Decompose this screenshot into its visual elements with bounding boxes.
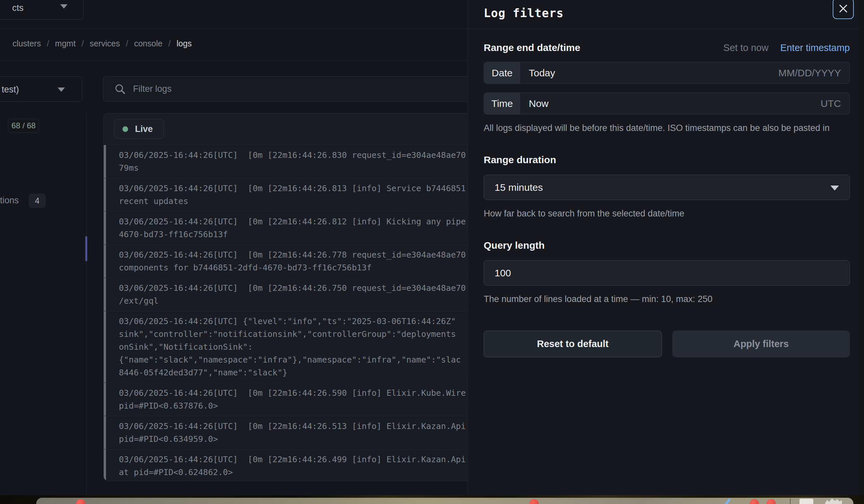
log-line: components for b7446851-2dfd-4670-bd73-f… (119, 261, 494, 274)
log-row[interactable]: 03/06/2025-16:44:26[UTC] [0m [22m16:44:2… (104, 278, 494, 311)
log-list: 03/06/2025-16:44:26[UTC] [0m [22m16:44:2… (104, 145, 494, 481)
log-line: 03/06/2025-16:44:26[UTC] [0m [22m16:44:2… (119, 420, 494, 433)
range-duration-helper: How far back to search from the selected… (484, 209, 850, 219)
search-input[interactable] (133, 77, 462, 101)
log-line: 03/06/2025-16:44:26[UTC] [0m [22m16:44:2… (119, 182, 494, 195)
log-line: recent updates (119, 195, 494, 208)
search-icon (115, 84, 126, 95)
project-dropdown[interactable]: cts (0, 0, 84, 20)
log-row[interactable]: 03/06/2025-16:44:26[UTC] [0m [22m16:44:2… (104, 449, 494, 481)
log-row[interactable]: 03/06/2025-16:44:26[UTC] [0m [22m16:44:2… (104, 416, 494, 449)
range-end-heading: Range end date/time (484, 42, 580, 53)
macos-dock[interactable] (36, 498, 853, 504)
time-value: Now (529, 98, 549, 109)
range-duration-value: 15 minutes (494, 182, 543, 193)
cluster-dropdown[interactable]: test) (0, 76, 82, 102)
log-row[interactable]: 03/06/2025-16:44:26[UTC] [0m [22m16:44:2… (104, 383, 494, 416)
range-duration-heading: Range duration (484, 154, 556, 165)
enter-timestamp-link[interactable]: Enter timestamp (780, 42, 850, 53)
query-length-helper: The number of lines loaded at a time — m… (484, 294, 850, 304)
log-row[interactable]: 03/06/2025-16:44:26[UTC] [0m [22m16:44:2… (104, 244, 494, 278)
log-line: pid=#PID<0.634959.0> (119, 433, 494, 445)
log-line: {"name":"slack","namespace":"infra"},"na… (119, 353, 494, 366)
chevron-down-icon (830, 186, 839, 190)
query-length-input[interactable] (484, 260, 850, 285)
log-filters-drawer: Log filters Range end date/time Set to n… (468, 0, 859, 495)
log-panel-header: Live (104, 113, 494, 145)
apply-filters-button[interactable]: Apply filters (672, 331, 850, 357)
log-line: 8446-05f42ded3d77","name":"slack"} (119, 366, 494, 379)
project-dropdown-label: cts (12, 3, 24, 13)
log-line: /ext/gql (119, 294, 494, 307)
log-line: 03/06/2025-16:44:26[UTC] {"level":"info"… (119, 315, 494, 328)
log-row[interactable]: 03/06/2025-16:44:26[UTC] {"level":"info"… (104, 311, 494, 383)
dock-separator (790, 499, 791, 504)
sidebar-divider (86, 113, 87, 495)
breadcrumb-separator: / (47, 39, 49, 48)
log-line: 03/06/2025-16:44:26[UTC] [0m [22m16:44:2… (119, 453, 494, 466)
date-value: Today (529, 67, 555, 78)
close-button[interactable] (833, 0, 854, 19)
breadcrumb-item[interactable]: services (90, 39, 120, 48)
log-row[interactable]: 03/06/2025-16:44:26[UTC] [0m [22m16:44:2… (104, 145, 494, 178)
range-end-helper: All logs displayed will be before this d… (484, 123, 850, 133)
drawer-header: Log filters (468, 0, 859, 29)
chevron-down-icon (58, 87, 65, 92)
range-duration-select[interactable]: 15 minutes (484, 175, 850, 200)
app-window: cts clusters/mgmt/services/console/logs … (0, 0, 859, 495)
log-line: sink","controller":"notificationsink","c… (119, 328, 494, 341)
query-length-heading: Query length (484, 240, 544, 251)
reset-to-default-button[interactable]: Reset to default (484, 331, 662, 357)
log-line: 03/06/2025-16:44:26[UTC] [0m [22m16:44:2… (119, 215, 494, 228)
dock-document-icon (800, 499, 813, 504)
live-label: Live (135, 124, 153, 134)
time-label: Time (484, 93, 520, 114)
breadcrumb-item[interactable]: mgmt (55, 39, 76, 48)
log-panel: Live 03/06/2025-16:44:26[UTC] [0m [22m16… (104, 113, 494, 481)
log-line: 79ms (119, 161, 494, 174)
page-title: Log filters (484, 7, 564, 20)
breadcrumb-separator: / (82, 39, 84, 48)
log-line: 4670-bd73-ff16c756b13f (119, 228, 494, 241)
log-row[interactable]: 03/06/2025-16:44:26[UTC] [0m [22m16:44:2… (104, 178, 494, 211)
log-line: 03/06/2025-16:44:26[UTC] [0m [22m16:44:2… (119, 282, 494, 294)
log-row[interactable]: 03/06/2025-16:44:26[UTC] [0m [22m16:44:2… (104, 211, 494, 244)
date-placeholder: MM/DD/YYYY (778, 67, 841, 78)
close-icon (838, 3, 849, 14)
date-input[interactable]: Date Today MM/DD/YYYY (484, 62, 850, 84)
date-label: Date (484, 62, 520, 84)
breadcrumb: clusters/mgmt/services/console/logs (12, 39, 192, 48)
chevron-down-icon (60, 4, 68, 9)
breadcrumb-item[interactable]: console (134, 39, 162, 48)
time-timezone: UTC (820, 98, 841, 109)
breadcrumb-item[interactable]: clusters (12, 39, 41, 48)
status-badge: 68 / 68 (8, 119, 39, 133)
live-toggle-button[interactable]: Live (114, 119, 164, 139)
time-input[interactable]: Time Now UTC (484, 93, 850, 114)
breadcrumb-item[interactable]: logs (177, 39, 192, 48)
log-filter-searchbox[interactable] (103, 76, 494, 102)
log-line: at pid=#PID<0.624862.0> (119, 466, 494, 479)
log-line: 03/06/2025-16:44:26[UTC] [0m [22m16:44:2… (119, 248, 494, 261)
breadcrumb-separator: / (126, 39, 128, 48)
set-to-now-button[interactable]: Set to now (723, 42, 768, 53)
live-status-dot-icon (122, 126, 128, 132)
breadcrumb-separator: / (168, 39, 170, 48)
sidebar-item-label[interactable]: tions (0, 195, 19, 206)
scrollbar-thumb[interactable] (85, 236, 87, 261)
log-line: onSink","NotificationSink": (119, 341, 494, 353)
log-line: 03/06/2025-16:44:26[UTC] [0m [22m16:44:2… (119, 149, 494, 161)
sidebar-item-count-badge: 4 (29, 194, 46, 208)
log-line: 03/06/2025-16:44:26[UTC] [0m [22m16:44:2… (119, 386, 494, 399)
cluster-dropdown-label: test) (2, 85, 19, 95)
log-line: pid=#PID<0.637876.0> (119, 399, 494, 412)
